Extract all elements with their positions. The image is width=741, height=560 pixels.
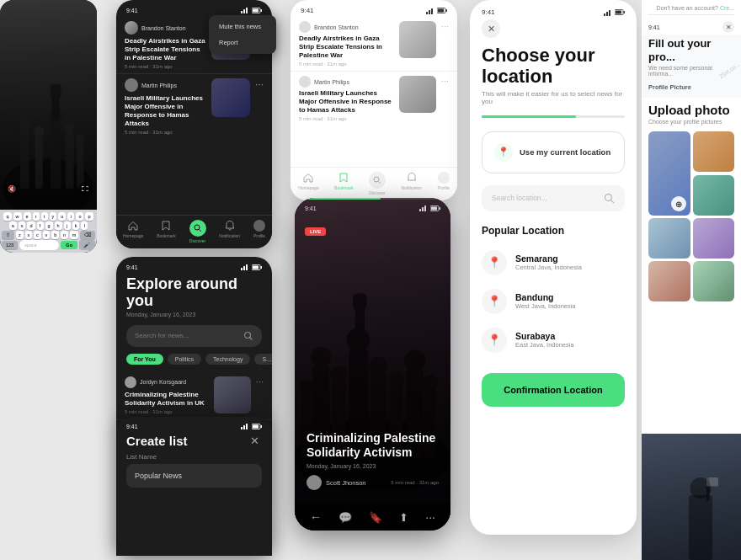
phone6-date: Monday, January 16, 2023 xyxy=(307,463,439,469)
nav-notification[interactable]: Notification xyxy=(219,220,240,243)
phone7-confirm-button[interactable]: Confirmation Location xyxy=(482,373,625,407)
svg-rect-66 xyxy=(424,205,426,211)
phone7-current-location-button[interactable]: 📍 Use my current location xyxy=(482,131,625,173)
phone6-bookmark-button[interactable]: 🔖 xyxy=(369,511,382,524)
key-p[interactable]: p xyxy=(85,212,93,221)
phone1-volume-icon[interactable]: 🔇 xyxy=(5,182,19,195)
key-w[interactable]: w xyxy=(13,212,22,221)
key-y[interactable]: y xyxy=(50,212,57,221)
key-num[interactable]: 123 xyxy=(2,241,18,249)
phone8-close-btn[interactable]: ✕ xyxy=(722,21,734,33)
surabaya-name: Surabaya xyxy=(515,331,574,341)
phone5-time: 9:41 xyxy=(301,7,314,14)
nav5-notification[interactable]: Notification xyxy=(401,172,422,195)
phone6-progress-bar xyxy=(295,198,450,200)
photo-small-6[interactable] xyxy=(693,261,735,301)
phone8-form-title: Fill out your pro... xyxy=(648,37,734,63)
key-a[interactable]: a xyxy=(9,221,17,230)
key-m[interactable]: m xyxy=(70,231,78,239)
key-u[interactable]: u xyxy=(58,212,66,221)
article-2[interactable]: Martin Philips Israeli Military Launches… xyxy=(116,74,272,139)
key-j[interactable]: j xyxy=(64,221,71,230)
key-backspace[interactable]: ⌫ xyxy=(80,231,95,239)
tag-for-you[interactable]: For You xyxy=(126,354,163,365)
phone-light-newsfeed: 9:41 Brandon Stanton Deadly Airstrikes i… xyxy=(291,0,457,200)
svg-rect-39 xyxy=(431,8,433,14)
phone6-share-button[interactable]: ⬆ xyxy=(399,511,408,524)
svg-rect-25 xyxy=(261,266,263,269)
key-h[interactable]: h xyxy=(55,221,62,230)
phone5-article2-thumb xyxy=(399,76,436,113)
location-semarang[interactable]: 📍 Semarang Central Java, Indonesia xyxy=(470,243,637,282)
context-menu-report[interactable]: Report xyxy=(209,35,276,51)
key-v[interactable]: v xyxy=(43,231,51,239)
key-t[interactable]: t xyxy=(41,212,48,221)
phone5-article2[interactable]: Martin Philips Israeli Military Launches… xyxy=(291,72,457,125)
svg-rect-22 xyxy=(243,266,245,270)
photo-small-4[interactable] xyxy=(693,218,735,259)
photo-small-2[interactable] xyxy=(693,175,735,216)
phone3-article1-more[interactable]: ··· xyxy=(256,376,264,387)
key-shift[interactable]: ⇧ xyxy=(2,231,14,239)
phone3-article1-thumb xyxy=(214,376,251,413)
key-z[interactable]: z xyxy=(16,231,24,239)
key-l[interactable]: l xyxy=(81,221,88,230)
key-go[interactable]: Go xyxy=(61,241,77,249)
photo-large[interactable]: ⊕ xyxy=(648,131,690,216)
nav5-bookmark[interactable]: Bookmark xyxy=(334,172,354,195)
key-e[interactable]: e xyxy=(24,212,31,221)
photo-small-1[interactable] xyxy=(693,131,735,172)
nav-bookmark[interactable]: Bookmark xyxy=(157,220,176,243)
location-bandung[interactable]: 📍 Bandung West Java, Indonesia xyxy=(470,282,637,321)
phone5-article2-more[interactable]: ··· xyxy=(441,76,449,86)
svg-point-19 xyxy=(195,225,200,230)
phone5-article1-more[interactable]: ··· xyxy=(441,21,449,31)
key-g[interactable]: g xyxy=(45,221,53,230)
nav5-discover[interactable]: Discover xyxy=(369,172,386,195)
phone5-article1[interactable]: Brandon Stanton Deadly Airstrikes in Gaz… xyxy=(291,17,457,72)
key-b[interactable]: b xyxy=(51,231,59,239)
phone8-status2: 9:41 ✕ xyxy=(642,17,741,35)
key-k[interactable]: k xyxy=(72,221,80,230)
key-s[interactable]: s xyxy=(19,221,26,230)
nav-profile[interactable]: Profile xyxy=(253,220,265,243)
key-mic[interactable]: 🎤 xyxy=(79,240,95,250)
phone6-back-button[interactable]: ← xyxy=(310,510,322,524)
phone4-close-button[interactable]: ✕ xyxy=(247,433,262,448)
photo-small-5[interactable] xyxy=(648,261,690,301)
svg-rect-37 xyxy=(426,12,428,14)
phone6-comment-button[interactable]: 💬 xyxy=(339,511,352,524)
phone3-search-bar[interactable]: Search for news... xyxy=(126,325,262,347)
phone6-more-button[interactable]: ··· xyxy=(425,510,435,524)
nav-discover[interactable]: Discover xyxy=(189,220,206,243)
phone7-search-bar[interactable]: Search location... xyxy=(482,185,625,211)
tag-more[interactable]: S... xyxy=(254,354,272,365)
phone8-profile-picture-label: Profile Picture xyxy=(648,83,734,91)
search-bar-input[interactable]: space xyxy=(19,240,59,250)
photo-small-3[interactable] xyxy=(648,218,690,259)
tag-technology[interactable]: Technology xyxy=(205,354,250,365)
nav-homepage[interactable]: Homepage xyxy=(123,220,143,243)
search-icon xyxy=(243,331,253,341)
phone4-list-name-input[interactable]: Popular News xyxy=(126,464,262,488)
nav5-profile[interactable]: Profile xyxy=(438,172,450,195)
location-surabaya[interactable]: 📍 Surabaya East Java, Indonesia xyxy=(470,321,637,360)
context-menu-mute[interactable]: Mute this news xyxy=(209,19,276,35)
key-f[interactable]: f xyxy=(37,221,44,230)
key-r[interactable]: r xyxy=(33,212,40,221)
key-o[interactable]: o xyxy=(76,212,83,221)
phone1-expand-icon[interactable]: ⛶ xyxy=(78,182,92,195)
key-i[interactable]: i xyxy=(67,212,74,221)
phone7-search-placeholder: Search location... xyxy=(492,194,599,202)
article2-more-button[interactable]: ··· xyxy=(255,78,264,90)
key-x[interactable]: x xyxy=(25,231,33,239)
context-menu: Mute this news Report xyxy=(209,15,276,54)
key-d[interactable]: d xyxy=(27,221,35,230)
phone3-article1[interactable]: Jordyn Korsgaard Criminalizing Palestine… xyxy=(116,371,272,420)
phone7-close-button[interactable]: ✕ xyxy=(482,19,500,38)
key-n[interactable]: n xyxy=(61,231,68,239)
key-c[interactable]: c xyxy=(34,231,41,239)
tag-politics[interactable]: Politics xyxy=(168,354,201,365)
key-q[interactable]: q xyxy=(3,212,11,221)
nav5-homepage[interactable]: Homepage xyxy=(298,172,318,195)
